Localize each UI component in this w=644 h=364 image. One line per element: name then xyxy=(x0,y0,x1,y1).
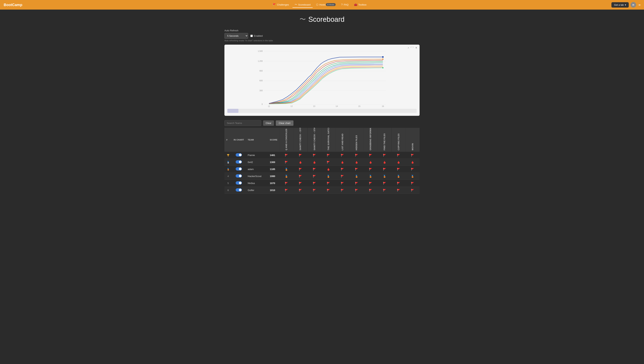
cell-challenge-2[interactable]: 🚩 xyxy=(308,180,322,187)
cell-in-chart[interactable] xyxy=(232,159,246,166)
cell-challenge-2[interactable]: 🩸 xyxy=(308,159,322,166)
cell-challenge-7[interactable]: 🚩 xyxy=(378,166,392,173)
nav-scoreboard[interactable]: 〜 Scoreboard xyxy=(292,2,313,8)
cell-challenge-2[interactable]: 🚩 xyxy=(308,166,322,173)
cell-challenge-4[interactable]: 🚩 xyxy=(336,166,350,173)
nav-challenges[interactable]: 🚩 Challenges xyxy=(270,2,291,8)
cell-challenge-9[interactable]: 🚩 xyxy=(406,152,420,159)
cell-challenge-9[interactable]: 🚩 xyxy=(406,166,420,173)
toggle-in-chart[interactable] xyxy=(236,188,242,192)
cell-challenge-2[interactable]: 🚩 xyxy=(308,187,322,194)
cell-challenge-3[interactable]: 🩸 xyxy=(322,166,336,173)
cell-challenge-9[interactable]: 🩸 xyxy=(406,159,420,166)
nav-faq[interactable]: ? FAQ xyxy=(339,2,351,8)
toggle-in-chart[interactable] xyxy=(236,160,242,163)
cell-challenge-5[interactable]: 🚩 xyxy=(350,152,364,159)
cell-challenge-8[interactable]: 🩸 xyxy=(392,159,406,166)
nav-toolbox[interactable]: 🧰 Toolbox xyxy=(352,2,369,8)
cell-challenge-6[interactable]: 🚩 xyxy=(364,166,378,173)
clear-button[interactable]: Clear xyxy=(263,120,274,126)
cell-challenge-5[interactable]: 🚩 xyxy=(350,166,364,173)
toggle-in-chart[interactable] xyxy=(236,167,242,170)
cell-challenge-9[interactable]: 🚩 xyxy=(406,180,420,187)
minimap-thumb[interactable] xyxy=(227,109,238,113)
cell-rank: 🏆 xyxy=(224,152,232,159)
cell-challenge-8[interactable]: 🥉 xyxy=(392,173,406,180)
cell-challenge-0[interactable]: 🥉 xyxy=(279,173,293,180)
flag-icon: 🚩 xyxy=(299,182,302,185)
cell-challenge-0[interactable]: 🚩 xyxy=(279,152,293,159)
cell-in-chart[interactable] xyxy=(232,152,246,159)
cell-in-chart[interactable] xyxy=(232,173,246,180)
page-title-row: 〜 Scoreboard xyxy=(224,15,420,24)
flag-icon: 🚩 xyxy=(313,168,316,171)
cell-challenge-7[interactable]: 🚩 xyxy=(378,187,392,194)
cell-challenge-5[interactable]: 🚩 xyxy=(350,180,364,187)
cell-challenge-0[interactable]: 🚩 xyxy=(279,180,293,187)
cell-challenge-2[interactable]: 🚩 xyxy=(308,152,322,159)
cell-challenge-1[interactable]: 🚩 xyxy=(293,166,307,173)
challenges-icon: 🚩 xyxy=(273,3,276,6)
cell-challenge-0[interactable]: 🚩 xyxy=(279,187,293,194)
cell-challenge-8[interactable]: 🚩 xyxy=(392,180,406,187)
cell-challenge-2[interactable]: 🚩 xyxy=(308,173,322,180)
th-ch-0: Q AND A CHUCKLES xyxy=(279,128,293,152)
avatar[interactable]: H xyxy=(630,2,636,8)
search-teams-input[interactable] xyxy=(224,120,261,126)
cell-challenge-4[interactable]: 🩸 xyxy=(336,159,350,166)
cell-challenge-5[interactable]: 🩸 xyxy=(350,159,364,166)
cell-challenge-6[interactable]: 🥉 xyxy=(364,173,378,180)
toggle-in-chart[interactable] xyxy=(236,181,242,185)
cell-challenge-6[interactable]: 🚩 xyxy=(364,187,378,194)
cell-challenge-6[interactable]: 🩸 xyxy=(364,159,378,166)
cell-in-chart[interactable] xyxy=(232,166,246,173)
cell-in-chart[interactable] xyxy=(232,180,246,187)
cell-challenge-3[interactable]: 🚩 xyxy=(322,187,336,194)
cell-challenge-0[interactable]: 🚩 xyxy=(279,159,293,166)
cell-challenge-6[interactable]: 🚩 xyxy=(364,180,378,187)
get-lab-button[interactable]: Get a lab ▾ xyxy=(612,2,629,8)
clear-chart-button[interactable]: Clear chart xyxy=(276,120,294,126)
cell-in-chart[interactable] xyxy=(232,187,246,194)
logout-button[interactable]: ⇥ xyxy=(638,3,640,7)
cell-challenge-3[interactable]: 🥉 xyxy=(322,173,336,180)
flag-icon: 🚩 xyxy=(327,161,330,164)
cell-challenge-4[interactable]: 🚩 xyxy=(336,187,350,194)
cell-challenge-4[interactable]: 🚩 xyxy=(336,152,350,159)
th-ch-2: SANITY CHECK – STATIC xyxy=(308,128,322,152)
cell-challenge-9[interactable]: 🥉 xyxy=(406,173,420,180)
cell-challenge-1[interactable]: 🚩 xyxy=(293,180,307,187)
cell-challenge-8[interactable]: 🚩 xyxy=(392,152,406,159)
cell-challenge-8[interactable]: 🚩 xyxy=(392,187,406,194)
cell-challenge-5[interactable]: 🚩 xyxy=(350,187,364,194)
cell-challenge-4[interactable]: 🚩 xyxy=(336,173,350,180)
cell-team: adam xyxy=(246,166,268,173)
cell-challenge-9[interactable]: 🚩 xyxy=(406,187,420,194)
nav-hosts[interactable]: ⬡ Hosts 8 Hosts xyxy=(314,2,338,8)
cell-challenge-4[interactable]: 🚩 xyxy=(336,180,350,187)
enabled-checkbox-label[interactable]: Enabled xyxy=(250,35,263,37)
brand-logo[interactable]: BootCamp xyxy=(4,3,22,7)
cell-challenge-8[interactable]: 🚩 xyxy=(392,166,406,173)
refresh-select[interactable]: 5 Seconds 10 Seconds 30 Seconds 60 Secon… xyxy=(224,33,248,39)
cell-team: 0x42 xyxy=(246,159,268,166)
cell-challenge-0[interactable]: 🥉 xyxy=(279,166,293,173)
navbar: BootCamp 🚩 Challenges 〜 Scoreboard ⬡ Hos… xyxy=(0,0,644,10)
cell-challenge-1[interactable]: 🚩 xyxy=(293,173,307,180)
chart-minimap[interactable] xyxy=(227,109,417,113)
cell-challenge-3[interactable]: 🚩 xyxy=(322,159,336,166)
cell-challenge-3[interactable]: 🚩 xyxy=(322,152,336,159)
toggle-in-chart[interactable] xyxy=(236,153,242,156)
cell-challenge-7[interactable]: 🥉 xyxy=(378,173,392,180)
cell-challenge-1[interactable]: 🩸 xyxy=(293,159,307,166)
cell-challenge-6[interactable]: 🚩 xyxy=(364,152,378,159)
cell-challenge-1[interactable]: 🚩 xyxy=(293,187,307,194)
cell-challenge-7[interactable]: 🚩 xyxy=(378,180,392,187)
toggle-in-chart[interactable] xyxy=(236,174,242,177)
cell-challenge-7[interactable]: 🩸 xyxy=(378,159,392,166)
cell-challenge-1[interactable]: 🚩 xyxy=(293,152,307,159)
cell-challenge-3[interactable]: 🚩 xyxy=(322,180,336,187)
enabled-checkbox[interactable] xyxy=(250,35,253,37)
cell-challenge-7[interactable]: 🚩 xyxy=(378,152,392,159)
cell-challenge-5[interactable]: 🥉 xyxy=(350,173,364,180)
